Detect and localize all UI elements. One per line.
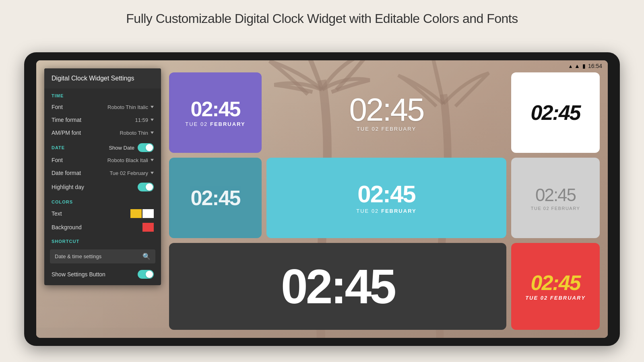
widget-purple: 02:45 TUE 02 FEBRUARY <box>169 72 262 153</box>
wifi-icon: ▴ <box>569 63 572 69</box>
section-shortcut-label: SHORTCUT <box>44 234 161 246</box>
widget-dark-teal: 02:45 <box>169 158 262 238</box>
setting-font[interactable]: Font Roboto Thin Italic <box>44 101 161 113</box>
ampm-font-dropdown-arrow <box>151 132 154 134</box>
tablet-screen: ▴ ▲ ▮ 16:54 Digital Clock Widget Setting… <box>36 60 608 338</box>
clock-time-teal: 02:45 <box>357 182 415 206</box>
show-date-toggle[interactable] <box>138 143 154 152</box>
highlight-day-label: Highlight day <box>52 184 84 190</box>
widget-minimal: 02:45 TUE 02 FEBRUARY <box>266 72 506 153</box>
widget-white: 02:45 <box>511 72 600 153</box>
setting-date-format[interactable]: Date format Tue 02 February <box>44 167 161 179</box>
show-date-label: Show Date <box>109 145 134 151</box>
text-color-swatch-yellow[interactable] <box>130 209 142 218</box>
color-text-row: Text <box>44 207 161 220</box>
widget-teal: 02:45 TUE 02 FEBRUARY <box>266 158 506 238</box>
ampm-font-value[interactable]: Roboto Thin <box>120 130 154 136</box>
search-icon: 🔍 <box>142 253 151 260</box>
clock-time-white: 02:45 <box>531 101 580 125</box>
date-format-value[interactable]: Tue 02 February <box>109 170 154 176</box>
widgets-area: 02:45 TUE 02 FEBRUARY 02:45 TUE 02 FEBRU… <box>169 72 600 330</box>
tablet-wrapper: ▴ ▲ ▮ 16:54 Digital Clock Widget Setting… <box>24 52 620 354</box>
clock-date-gray: TUE 02 FEBRUARY <box>531 206 580 211</box>
tablet-frame: ▴ ▲ ▮ 16:54 Digital Clock Widget Setting… <box>24 52 620 346</box>
setting-highlight-day[interactable]: Highlight day <box>44 179 161 195</box>
highlight-day-toggle[interactable] <box>138 183 154 191</box>
clock-time-red: 02:45 <box>531 272 580 293</box>
font-dropdown-arrow <box>151 106 154 108</box>
time-format-value[interactable]: 11:59 <box>135 117 154 123</box>
setting-show-settings-button[interactable]: Show Settings Button <box>44 267 161 282</box>
section-date-label: DATE <box>52 145 65 150</box>
clock-date-purple: TUE 02 FEBRUARY <box>185 121 245 127</box>
ampm-font-label: AM/PM font <box>52 130 81 136</box>
bg-color-swatch-red[interactable] <box>142 223 154 232</box>
time-format-label: Time format <box>52 117 81 123</box>
font-value[interactable]: Roboto Thin Italic <box>107 104 154 110</box>
section-colors-label: COLORS <box>44 195 161 207</box>
setting-date-font[interactable]: Font Roboto Black Itali <box>44 154 161 167</box>
date-font-dropdown-arrow <box>151 159 154 161</box>
date-font-label: Font <box>52 157 63 163</box>
bg-color-swatches[interactable] <box>142 223 154 232</box>
show-settings-button-toggle[interactable] <box>138 270 154 279</box>
clock-time-dark-teal: 02:45 <box>191 186 240 210</box>
clock-time-gray: 02:45 <box>535 185 576 205</box>
date-format-dropdown-arrow <box>151 172 154 174</box>
shortcut-search[interactable]: Date & time settings 🔍 <box>50 249 155 263</box>
clock-time-dark: 02:45 <box>281 262 394 311</box>
clock-time-minimal: 02:45 <box>349 94 423 126</box>
text-color-swatch-white[interactable] <box>142 209 154 218</box>
clock-date-teal: TUE 02 FEBRUARY <box>356 208 416 214</box>
date-format-label: Date format <box>52 170 81 176</box>
settings-panel: Digital Clock Widget Settings TIME Font … <box>44 68 161 285</box>
widget-dark: 02:45 <box>169 243 506 330</box>
clock-date-minimal: TUE 02 FEBRUARY <box>357 126 416 132</box>
font-label: Font <box>52 104 63 110</box>
time-format-dropdown-arrow <box>151 119 154 121</box>
settings-header: Digital Clock Widget Settings <box>44 68 161 88</box>
bg-color-label: Background <box>52 224 82 230</box>
color-bg-row: Background <box>44 220 161 234</box>
widget-gray: 02:45 TUE 02 FEBRUARY <box>511 158 600 238</box>
status-time: 16:54 <box>588 63 602 69</box>
signal-icon: ▲ <box>574 63 580 69</box>
widget-red: 02:45 TUE 02 FEBRUARY <box>511 243 600 330</box>
settings-body: TIME Font Roboto Thin Italic Time format… <box>44 88 161 285</box>
page-title: Fully Customizable Digital Clock Widget … <box>0 0 644 34</box>
text-color-label: Text <box>52 210 62 217</box>
text-color-swatches[interactable] <box>130 209 154 218</box>
setting-ampm-font[interactable]: AM/PM font Roboto Thin <box>44 126 161 139</box>
clock-date-red: TUE 02 FEBRUARY <box>525 295 586 301</box>
shortcut-search-text: Date & time settings <box>55 253 139 259</box>
section-time-label: TIME <box>44 88 161 101</box>
show-settings-button-label: Show Settings Button <box>52 271 105 278</box>
clock-time-purple: 02:45 <box>191 99 240 119</box>
battery-icon: ▮ <box>582 63 586 69</box>
status-bar: ▴ ▲ ▮ 16:54 <box>564 60 608 72</box>
setting-time-format[interactable]: Time format 11:59 <box>44 113 161 126</box>
date-font-value[interactable]: Roboto Black Itali <box>107 157 154 163</box>
